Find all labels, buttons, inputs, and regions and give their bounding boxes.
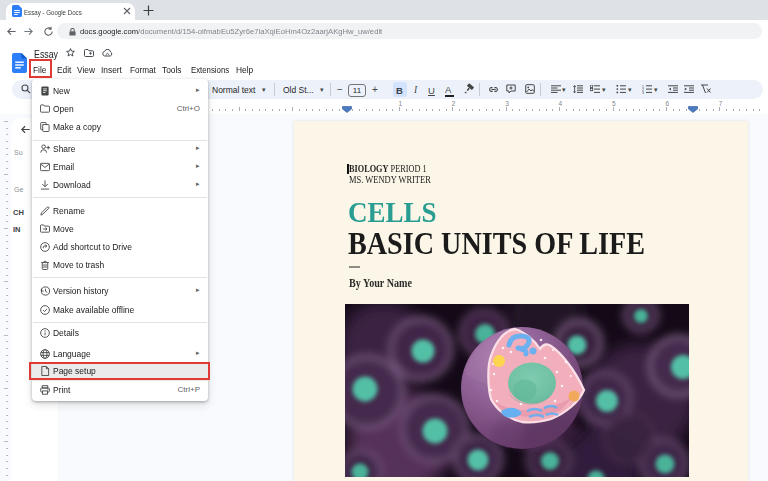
svg-text:3: 3 [642,91,644,94]
